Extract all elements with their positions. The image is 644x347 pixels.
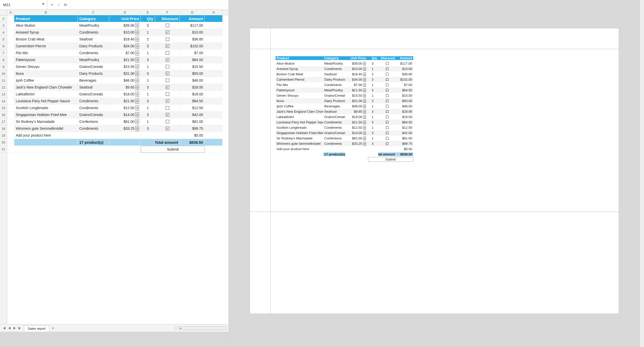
cell[interactable] — [205, 105, 223, 111]
cell-category[interactable]: Condiments — [78, 125, 109, 132]
cell-category[interactable]: Grains/Cereals — [78, 111, 109, 118]
cell-product[interactable]: Jack's New England Clam Chowder — [14, 84, 78, 91]
discount-checkbox[interactable]: ✓ — [166, 58, 169, 62]
cell[interactable] — [7, 29, 14, 36]
discount-checkbox[interactable]: ✓ — [386, 67, 389, 70]
cell-amount[interactable]: $42.00 — [180, 111, 205, 118]
cell-discount[interactable] — [155, 105, 180, 111]
cell[interactable] — [205, 70, 223, 77]
cell-discount[interactable]: ✓ — [155, 111, 180, 118]
column-header[interactable]: A — [7, 10, 14, 15]
add-product-label[interactable]: Add your product here — [14, 132, 78, 139]
qty-stepper[interactable]: ▲▼ — [135, 44, 139, 49]
prev-sheet-icon[interactable] — [8, 327, 11, 329]
cell-qty[interactable]: 1 — [141, 63, 155, 70]
cell[interactable] — [78, 132, 109, 139]
row-header[interactable]: 17 — [0, 118, 7, 125]
cell-amount[interactable]: $99.75 — [180, 125, 205, 132]
qty-stepper[interactable]: ▲▼ — [135, 119, 139, 124]
cell[interactable] — [205, 111, 223, 118]
cell-unit-price[interactable]: $21.50 ▲▼ — [109, 56, 141, 63]
cell-unit-price[interactable]: $46.00 ▲▼ — [109, 77, 141, 84]
qty-stepper[interactable]: ▲▼ — [135, 64, 139, 69]
cell[interactable] — [7, 43, 14, 50]
row-header[interactable]: 8 — [0, 56, 7, 63]
cell-amount[interactable]: $12.50 — [180, 105, 205, 111]
column-header[interactable]: G — [180, 10, 205, 15]
cell-unit-price[interactable]: $34.00 ▲▼ — [109, 43, 141, 50]
cell-qty[interactable]: 3 — [141, 125, 155, 132]
cell[interactable] — [78, 146, 109, 153]
row-header[interactable]: 4 — [0, 29, 7, 36]
cell-product[interactable]: Sir Rodney's Marmalade — [14, 118, 78, 125]
submit-button[interactable]: Submit — [368, 157, 413, 162]
split-grip-icon[interactable] — [175, 326, 177, 330]
row-header[interactable]: 21 — [0, 146, 7, 153]
discount-checkbox[interactable]: ✓ — [386, 132, 389, 134]
horizontal-scrollbar[interactable]: ◄ — [178, 326, 226, 330]
cell[interactable] — [7, 22, 14, 29]
cell-discount[interactable] — [155, 63, 180, 70]
cell[interactable] — [7, 50, 14, 56]
cell-category[interactable]: Condiments — [78, 105, 109, 111]
discount-checkbox[interactable]: ✓ — [166, 31, 169, 34]
discount-checkbox[interactable] — [386, 105, 389, 108]
cell[interactable] — [205, 146, 223, 153]
cell[interactable] — [7, 132, 14, 139]
cell[interactable] — [7, 56, 14, 63]
cell-qty[interactable]: 1 — [141, 77, 155, 84]
cell-discount[interactable]: ✓ — [155, 56, 180, 63]
discount-checkbox[interactable] — [386, 73, 389, 76]
last-sheet-icon[interactable] — [18, 327, 21, 329]
cell-amount[interactable]: $117.00 — [180, 22, 205, 29]
cell[interactable] — [205, 118, 223, 125]
discount-checkbox[interactable] — [386, 83, 389, 86]
qty-stepper[interactable]: ▲▼ — [135, 30, 139, 35]
cell-discount[interactable] — [155, 22, 180, 29]
cell-amount[interactable]: $7.00 — [180, 50, 205, 56]
row-header[interactable]: 3 — [0, 22, 7, 29]
cell-qty[interactable]: 1 — [141, 91, 155, 98]
cell-product[interactable]: Genen Shouyu — [14, 63, 78, 70]
cell-unit-price[interactable]: $39.00 ▲▼ — [109, 22, 141, 29]
cell[interactable] — [7, 15, 14, 22]
cell[interactable] — [7, 84, 14, 91]
discount-checkbox[interactable]: ✓ — [166, 72, 169, 75]
cell-unit-price[interactable]: $7.00 ▲▼ — [109, 50, 141, 56]
cell-amount[interactable]: $81.00 — [180, 118, 205, 125]
cell-category[interactable]: Seafood — [78, 36, 109, 43]
cell-category[interactable]: Meat/Poultry — [78, 22, 109, 29]
row-header[interactable]: 6 — [0, 43, 7, 50]
cell-product[interactable]: Boston Crab Meat — [14, 36, 78, 43]
cell-qty[interactable]: 1 — [141, 118, 155, 125]
cell[interactable] — [205, 36, 223, 43]
column-header[interactable]: F — [155, 10, 180, 15]
cell-discount[interactable]: ✓ — [155, 125, 180, 132]
cell[interactable] — [7, 146, 14, 153]
discount-checkbox[interactable] — [386, 126, 389, 129]
cell-qty[interactable]: 3 — [141, 98, 155, 105]
discount-checkbox[interactable]: ✓ — [166, 113, 169, 117]
cell-amount[interactable]: $64.50 — [180, 98, 205, 105]
cell-amount[interactable]: $64.50 — [180, 56, 205, 63]
column-header[interactable]: D — [109, 10, 141, 15]
discount-checkbox[interactable]: ✓ — [166, 99, 169, 103]
row-header[interactable]: 13 — [0, 91, 7, 98]
cell[interactable] — [205, 22, 223, 29]
discount-checkbox[interactable] — [386, 94, 389, 97]
column-header[interactable]: E — [141, 10, 155, 15]
qty-stepper[interactable]: ▲▼ — [135, 50, 139, 55]
discount-checkbox[interactable] — [166, 51, 169, 55]
cell-category[interactable]: Condiments — [78, 50, 109, 56]
cell[interactable] — [7, 36, 14, 43]
cell-discount[interactable] — [155, 77, 180, 84]
cell[interactable] — [205, 77, 223, 84]
qty-stepper[interactable]: ▲▼ — [135, 23, 139, 28]
column-header[interactable]: H — [205, 10, 223, 15]
cell[interactable] — [205, 29, 223, 36]
qty-stepper[interactable]: ▲▼ — [363, 94, 366, 97]
row-header[interactable]: 7 — [0, 50, 7, 56]
qty-stepper[interactable]: ▲▼ — [363, 89, 366, 92]
discount-checkbox[interactable]: ✓ — [386, 142, 389, 145]
discount-checkbox[interactable]: ✓ — [386, 99, 389, 102]
